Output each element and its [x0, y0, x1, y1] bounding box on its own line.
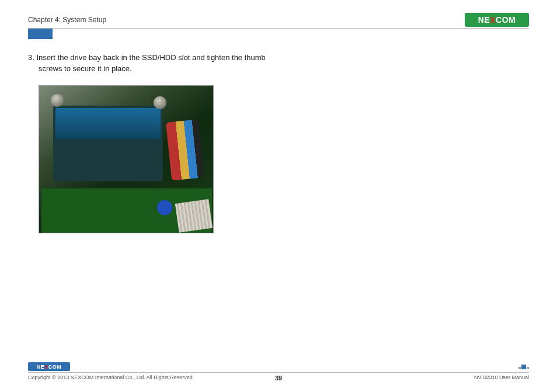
manual-name: NViS2310 User Manual [474, 374, 529, 380]
page-content: 3. Insert the drive bay back in the SSD/… [28, 52, 529, 233]
footer-logo-row: NEXCOM [28, 362, 529, 371]
nexcom-logo-top: NEXCOM [465, 13, 529, 27]
step-number: 3. [28, 53, 34, 62]
logo-pre: NE [37, 364, 45, 370]
photo-thumb-screw [154, 96, 166, 109]
logo-post: COM [48, 364, 62, 370]
page-footer: NEXCOM Copyright © 2013 NEXCOM Internati… [28, 362, 529, 380]
photo-hdd-label [55, 108, 161, 139]
photo-capacitor [157, 200, 172, 215]
logo-x: X [490, 15, 496, 24]
header-tab-accent [28, 29, 53, 39]
header-divider [28, 28, 529, 29]
drive-bay-photo [39, 85, 214, 233]
copyright-text: Copyright © 2013 NEXCOM International Co… [28, 374, 194, 380]
photo-thumb-screw [51, 94, 64, 107]
footer-divider [28, 372, 529, 373]
chapter-title: Chapter 4: System Setup [28, 16, 106, 24]
step-text-line2: screws to secure it in place. [28, 64, 279, 75]
photo-cables [166, 119, 204, 180]
footer-text-row: Copyright © 2013 NEXCOM International Co… [28, 374, 529, 380]
page-header: Chapter 4: System Setup NEXCOM [28, 13, 529, 27]
step-text-line1: Insert the drive bay back in the SSD/HDD… [36, 53, 265, 62]
nexcom-logo-bottom: NEXCOM [28, 362, 70, 371]
instruction-step: 3. Insert the drive bay back in the SSD/… [28, 52, 279, 75]
footer-decoration-icon [518, 365, 529, 369]
logo-post: COM [496, 15, 516, 24]
page-number: 39 [275, 374, 282, 382]
logo-pre: NE [478, 15, 490, 24]
photo-ribbon-cable [175, 199, 213, 233]
